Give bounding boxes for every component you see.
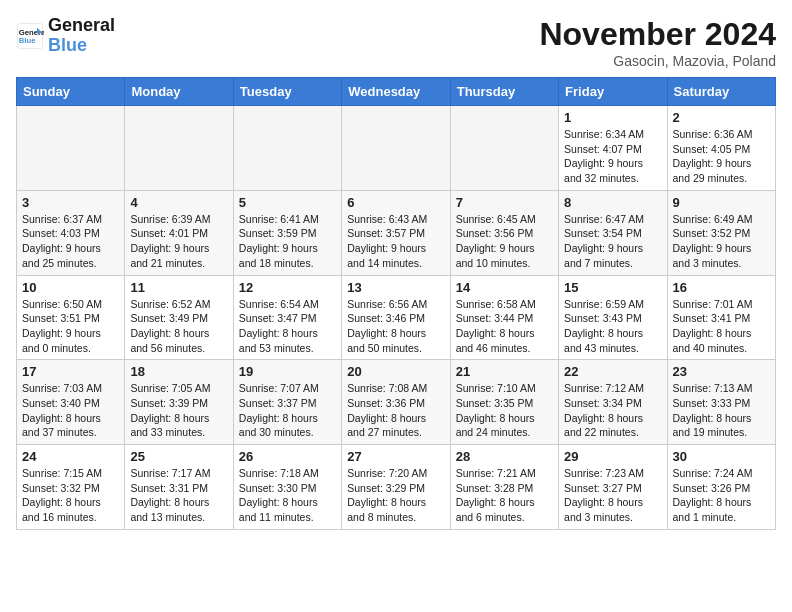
day-cell [125, 106, 233, 191]
day-cell: 19Sunrise: 7:07 AM Sunset: 3:37 PM Dayli… [233, 360, 341, 445]
header-cell-tuesday: Tuesday [233, 78, 341, 106]
subtitle: Gasocin, Mazovia, Poland [539, 53, 776, 69]
week-row-2: 3Sunrise: 6:37 AM Sunset: 4:03 PM Daylig… [17, 190, 776, 275]
day-detail: Sunrise: 6:54 AM Sunset: 3:47 PM Dayligh… [239, 297, 336, 356]
day-number: 27 [347, 449, 444, 464]
day-cell: 13Sunrise: 6:56 AM Sunset: 3:46 PM Dayli… [342, 275, 450, 360]
day-cell: 21Sunrise: 7:10 AM Sunset: 3:35 PM Dayli… [450, 360, 558, 445]
day-detail: Sunrise: 6:56 AM Sunset: 3:46 PM Dayligh… [347, 297, 444, 356]
day-cell [233, 106, 341, 191]
day-detail: Sunrise: 7:12 AM Sunset: 3:34 PM Dayligh… [564, 381, 661, 440]
day-cell: 25Sunrise: 7:17 AM Sunset: 3:31 PM Dayli… [125, 445, 233, 530]
title-area: November 2024 Gasocin, Mazovia, Poland [539, 16, 776, 69]
svg-text:Blue: Blue [19, 36, 36, 45]
day-detail: Sunrise: 7:21 AM Sunset: 3:28 PM Dayligh… [456, 466, 553, 525]
day-cell [17, 106, 125, 191]
day-number: 25 [130, 449, 227, 464]
header-cell-wednesday: Wednesday [342, 78, 450, 106]
day-cell: 4Sunrise: 6:39 AM Sunset: 4:01 PM Daylig… [125, 190, 233, 275]
day-detail: Sunrise: 6:34 AM Sunset: 4:07 PM Dayligh… [564, 127, 661, 186]
day-number: 14 [456, 280, 553, 295]
day-detail: Sunrise: 7:18 AM Sunset: 3:30 PM Dayligh… [239, 466, 336, 525]
day-number: 15 [564, 280, 661, 295]
day-detail: Sunrise: 6:45 AM Sunset: 3:56 PM Dayligh… [456, 212, 553, 271]
day-detail: Sunrise: 6:49 AM Sunset: 3:52 PM Dayligh… [673, 212, 770, 271]
day-number: 1 [564, 110, 661, 125]
header-row: SundayMondayTuesdayWednesdayThursdayFrid… [17, 78, 776, 106]
day-cell: 2Sunrise: 6:36 AM Sunset: 4:05 PM Daylig… [667, 106, 775, 191]
day-number: 18 [130, 364, 227, 379]
day-detail: Sunrise: 6:43 AM Sunset: 3:57 PM Dayligh… [347, 212, 444, 271]
day-cell: 3Sunrise: 6:37 AM Sunset: 4:03 PM Daylig… [17, 190, 125, 275]
day-cell: 20Sunrise: 7:08 AM Sunset: 3:36 PM Dayli… [342, 360, 450, 445]
day-detail: Sunrise: 7:07 AM Sunset: 3:37 PM Dayligh… [239, 381, 336, 440]
day-cell: 1Sunrise: 6:34 AM Sunset: 4:07 PM Daylig… [559, 106, 667, 191]
day-number: 21 [456, 364, 553, 379]
header-cell-friday: Friday [559, 78, 667, 106]
day-cell: 5Sunrise: 6:41 AM Sunset: 3:59 PM Daylig… [233, 190, 341, 275]
day-cell: 14Sunrise: 6:58 AM Sunset: 3:44 PM Dayli… [450, 275, 558, 360]
day-cell: 11Sunrise: 6:52 AM Sunset: 3:49 PM Dayli… [125, 275, 233, 360]
day-number: 2 [673, 110, 770, 125]
day-detail: Sunrise: 6:58 AM Sunset: 3:44 PM Dayligh… [456, 297, 553, 356]
day-number: 24 [22, 449, 119, 464]
day-cell: 15Sunrise: 6:59 AM Sunset: 3:43 PM Dayli… [559, 275, 667, 360]
day-detail: Sunrise: 7:13 AM Sunset: 3:33 PM Dayligh… [673, 381, 770, 440]
day-detail: Sunrise: 7:17 AM Sunset: 3:31 PM Dayligh… [130, 466, 227, 525]
day-number: 22 [564, 364, 661, 379]
day-number: 29 [564, 449, 661, 464]
day-number: 7 [456, 195, 553, 210]
day-detail: Sunrise: 7:20 AM Sunset: 3:29 PM Dayligh… [347, 466, 444, 525]
day-cell: 6Sunrise: 6:43 AM Sunset: 3:57 PM Daylig… [342, 190, 450, 275]
day-number: 16 [673, 280, 770, 295]
day-number: 11 [130, 280, 227, 295]
day-number: 13 [347, 280, 444, 295]
day-cell: 29Sunrise: 7:23 AM Sunset: 3:27 PM Dayli… [559, 445, 667, 530]
day-detail: Sunrise: 6:47 AM Sunset: 3:54 PM Dayligh… [564, 212, 661, 271]
logo: General Blue General Blue [16, 16, 115, 56]
day-detail: Sunrise: 6:50 AM Sunset: 3:51 PM Dayligh… [22, 297, 119, 356]
day-number: 4 [130, 195, 227, 210]
week-row-3: 10Sunrise: 6:50 AM Sunset: 3:51 PM Dayli… [17, 275, 776, 360]
day-detail: Sunrise: 7:15 AM Sunset: 3:32 PM Dayligh… [22, 466, 119, 525]
day-detail: Sunrise: 6:39 AM Sunset: 4:01 PM Dayligh… [130, 212, 227, 271]
day-detail: Sunrise: 6:36 AM Sunset: 4:05 PM Dayligh… [673, 127, 770, 186]
day-cell: 7Sunrise: 6:45 AM Sunset: 3:56 PM Daylig… [450, 190, 558, 275]
day-detail: Sunrise: 6:41 AM Sunset: 3:59 PM Dayligh… [239, 212, 336, 271]
header-cell-sunday: Sunday [17, 78, 125, 106]
day-number: 9 [673, 195, 770, 210]
logo-text: General Blue [48, 16, 115, 56]
day-number: 30 [673, 449, 770, 464]
day-number: 8 [564, 195, 661, 210]
day-cell: 23Sunrise: 7:13 AM Sunset: 3:33 PM Dayli… [667, 360, 775, 445]
header-cell-thursday: Thursday [450, 78, 558, 106]
week-row-1: 1Sunrise: 6:34 AM Sunset: 4:07 PM Daylig… [17, 106, 776, 191]
day-number: 28 [456, 449, 553, 464]
day-number: 17 [22, 364, 119, 379]
day-detail: Sunrise: 7:10 AM Sunset: 3:35 PM Dayligh… [456, 381, 553, 440]
day-detail: Sunrise: 6:52 AM Sunset: 3:49 PM Dayligh… [130, 297, 227, 356]
day-cell: 8Sunrise: 6:47 AM Sunset: 3:54 PM Daylig… [559, 190, 667, 275]
day-number: 20 [347, 364, 444, 379]
logo-icon: General Blue [16, 22, 44, 50]
day-number: 12 [239, 280, 336, 295]
header-cell-monday: Monday [125, 78, 233, 106]
day-cell: 12Sunrise: 6:54 AM Sunset: 3:47 PM Dayli… [233, 275, 341, 360]
day-cell: 9Sunrise: 6:49 AM Sunset: 3:52 PM Daylig… [667, 190, 775, 275]
day-number: 19 [239, 364, 336, 379]
week-row-4: 17Sunrise: 7:03 AM Sunset: 3:40 PM Dayli… [17, 360, 776, 445]
day-cell: 16Sunrise: 7:01 AM Sunset: 3:41 PM Dayli… [667, 275, 775, 360]
day-number: 10 [22, 280, 119, 295]
day-detail: Sunrise: 7:08 AM Sunset: 3:36 PM Dayligh… [347, 381, 444, 440]
calendar-table: SundayMondayTuesdayWednesdayThursdayFrid… [16, 77, 776, 530]
day-cell: 17Sunrise: 7:03 AM Sunset: 3:40 PM Dayli… [17, 360, 125, 445]
day-number: 6 [347, 195, 444, 210]
day-detail: Sunrise: 7:23 AM Sunset: 3:27 PM Dayligh… [564, 466, 661, 525]
day-cell: 22Sunrise: 7:12 AM Sunset: 3:34 PM Dayli… [559, 360, 667, 445]
day-cell: 24Sunrise: 7:15 AM Sunset: 3:32 PM Dayli… [17, 445, 125, 530]
day-cell [342, 106, 450, 191]
day-cell: 10Sunrise: 6:50 AM Sunset: 3:51 PM Dayli… [17, 275, 125, 360]
day-cell: 28Sunrise: 7:21 AM Sunset: 3:28 PM Dayli… [450, 445, 558, 530]
day-cell: 30Sunrise: 7:24 AM Sunset: 3:26 PM Dayli… [667, 445, 775, 530]
day-detail: Sunrise: 7:24 AM Sunset: 3:26 PM Dayligh… [673, 466, 770, 525]
